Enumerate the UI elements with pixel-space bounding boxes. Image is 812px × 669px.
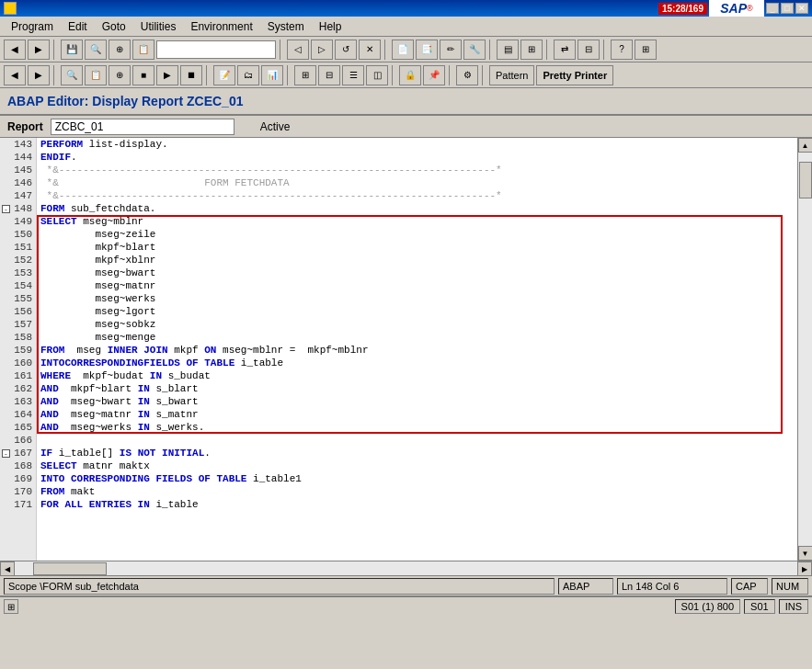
tb2-btn8[interactable]: 🗂 — [237, 65, 259, 85]
close-btn[interactable]: ✕ — [795, 3, 808, 14]
tb-stop[interactable]: ✕ — [359, 40, 381, 60]
tb2-btn2[interactable]: 📋 — [85, 65, 107, 85]
bottom-bar: ⊞ S01 (1) 800 S01 INS — [0, 595, 812, 616]
tb-icon4[interactable]: 🔧 — [463, 40, 486, 60]
tb-icon7[interactable]: ⇄ — [554, 40, 576, 60]
menu-edit[interactable]: Edit — [61, 18, 95, 35]
tb-icon2[interactable]: 📑 — [416, 40, 438, 60]
code-line-156: mseg~lgort — [37, 305, 797, 318]
pattern-button[interactable]: Pattern — [489, 65, 534, 85]
tb2-btn16[interactable]: ⚙ — [456, 65, 478, 85]
pretty-printer-button[interactable]: Pretty Printer — [536, 65, 613, 85]
num-section: NUM — [772, 578, 808, 595]
h-scroll-left-btn[interactable]: ◀ — [0, 561, 15, 576]
back-btn[interactable]: ◀ — [4, 40, 26, 60]
code-content[interactable]: PERFORM list-display. ENDIF. *&---------… — [37, 138, 797, 561]
tb-icon8[interactable]: ⊟ — [578, 40, 600, 60]
code-line-167: IF i_table[] IS NOT INITIAL. — [37, 447, 797, 459]
scroll-down-btn[interactable]: ▼ — [798, 546, 813, 561]
tb2-btn13[interactable]: ◫ — [366, 65, 388, 85]
tb2-forward[interactable]: ▶ — [28, 65, 50, 85]
nav-next[interactable]: ▷ — [311, 40, 333, 60]
bottom-right-area: S01 (1) 800 S01 INS — [675, 599, 808, 614]
code-line-166 — [37, 434, 797, 447]
code-line-149: SELECT mseg~mblnr — [37, 215, 797, 228]
h-scroll-thumb[interactable] — [33, 562, 107, 575]
tb-icon10[interactable]: ⊞ — [635, 40, 657, 60]
code-line-161: WHERE mkpf~budat IN s_budat — [37, 369, 797, 382]
code-line-154: mseg~matnr — [37, 279, 797, 292]
tb-icon6[interactable]: ⊞ — [520, 40, 543, 60]
tb2-back[interactable]: ◀ — [4, 65, 26, 85]
code-line-168: SELECT matnr maktx — [37, 459, 797, 472]
code-line-162: AND mkpf~blart IN s_blart — [37, 382, 797, 395]
app-icon — [4, 2, 17, 15]
menu-help[interactable]: Help — [312, 18, 349, 35]
tb2-btn3[interactable]: ⊕ — [109, 65, 131, 85]
menu-goto[interactable]: Goto — [95, 18, 133, 35]
tb2-btn15[interactable]: 📌 — [423, 65, 445, 85]
cap-section: CAP — [731, 578, 768, 595]
app-title: ABAP Editor: Display Report ZCEC_01 — [7, 94, 243, 108]
menu-utilities[interactable]: Utilities — [133, 18, 184, 35]
tb2-btn9[interactable]: 📊 — [261, 65, 283, 85]
position-text: Ln 148 Col 6 — [622, 581, 679, 592]
tb2-btn5[interactable]: ▶ — [156, 65, 178, 85]
tb2-btn11[interactable]: ⊟ — [318, 65, 340, 85]
nav-prev[interactable]: ◁ — [287, 40, 309, 60]
ins-section: INS — [779, 599, 808, 614]
app-header: ABAP Editor: Display Report ZCEC_01 — [0, 88, 812, 116]
abap-section: ABAP — [558, 578, 613, 595]
report-bar: Report ZCBC_01 Active — [0, 116, 812, 138]
report-value: ZCBC_01 — [51, 119, 234, 135]
code-line-151: mkpf~blart — [37, 241, 797, 254]
tb2-btn6[interactable]: ⏹ — [180, 65, 202, 85]
scroll-thumb[interactable] — [799, 162, 812, 198]
tb-btn1[interactable]: 💾 — [61, 40, 83, 60]
minimize-btn[interactable]: _ — [766, 3, 779, 14]
menu-program[interactable]: Program — [4, 18, 61, 35]
tb-btn3[interactable]: ⊕ — [109, 40, 131, 60]
tb-icon1[interactable]: 📄 — [392, 40, 414, 60]
scope-section: Scope \FORM sub_fetchdata — [4, 578, 555, 595]
tb-btn4[interactable]: 📋 — [132, 40, 154, 60]
tb2-btn7[interactable]: 📝 — [213, 65, 235, 85]
sap-logo: SAP ® — [709, 0, 764, 17]
tb2-btn4[interactable]: ■ — [132, 65, 154, 85]
code-line-148: FORM sub_fetchdata. — [37, 202, 797, 215]
num-text: NUM — [776, 581, 799, 592]
tb-refresh[interactable]: ↺ — [335, 40, 357, 60]
cap-text: CAP — [736, 581, 757, 592]
tb-icon5[interactable]: ▤ — [497, 40, 519, 60]
tb2-btn1[interactable]: 🔍 — [61, 65, 83, 85]
horizontal-scroll[interactable]: ◀ ▶ — [0, 561, 812, 575]
scroll-up-btn[interactable]: ▲ — [798, 138, 813, 153]
code-line-143: PERFORM list-display. — [37, 138, 797, 151]
client-section: S01 — [744, 599, 775, 614]
forward-btn[interactable]: ▶ — [28, 40, 50, 60]
time-display: 15:28/169 — [658, 3, 707, 15]
position-section: Ln 148 Col 6 — [617, 578, 727, 595]
tb-icon9[interactable]: ? — [611, 40, 633, 60]
maximize-btn[interactable]: □ — [781, 3, 794, 14]
menu-system[interactable]: System — [260, 18, 312, 35]
tb2-btn14[interactable]: 🔒 — [399, 65, 421, 85]
code-line-159: FROM mseg INNER JOIN mkpf ON mseg~mblnr … — [37, 344, 797, 357]
tb-btn2[interactable]: 🔍 — [85, 40, 107, 60]
report-label: Report — [7, 120, 43, 133]
menu-environment[interactable]: Environment — [183, 18, 259, 35]
toolbar2: ◀ ▶ 🔍 📋 ⊕ ■ ▶ ⏹ 📝 🗂 📊 ⊞ ⊟ ☰ ◫ 🔒 📌 ⚙ Patt… — [0, 62, 812, 88]
report-status: Active — [260, 120, 291, 133]
h-scroll-right-btn[interactable]: ▶ — [797, 561, 812, 576]
command-input[interactable] — [156, 40, 276, 59]
title-bar: 15:28/169 SAP ® _ □ ✕ — [0, 0, 812, 17]
code-line-170: FROM makt — [37, 485, 797, 498]
code-line-155: mseg~werks — [37, 292, 797, 305]
code-line-157: mseg~sobkz — [37, 318, 797, 331]
tb2-btn10[interactable]: ⊞ — [294, 65, 316, 85]
code-line-171: FOR ALL ENTRIES IN i_table — [37, 498, 797, 511]
code-line-158: mseg~menge — [37, 331, 797, 344]
vertical-scrollbar[interactable]: ▲ ▼ — [797, 138, 812, 561]
tb2-btn12[interactable]: ☰ — [342, 65, 364, 85]
tb-icon3[interactable]: ✏ — [440, 40, 462, 60]
